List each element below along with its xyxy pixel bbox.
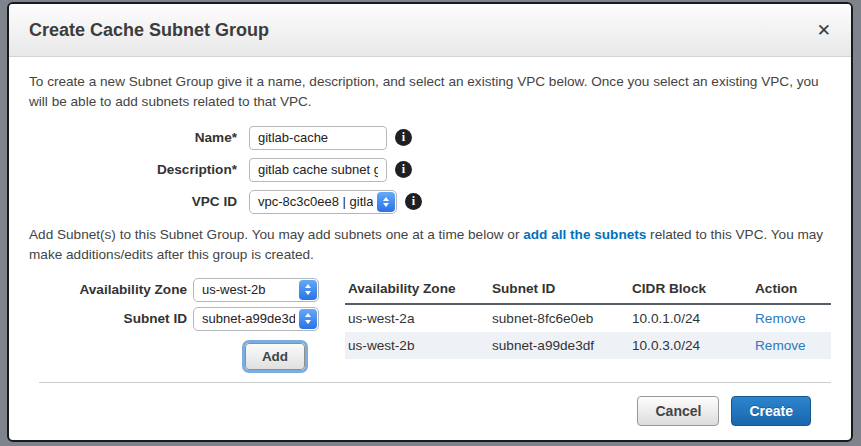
add-all-subnets-link[interactable]: add all the subnets bbox=[523, 227, 646, 242]
vpc-row: VPC ID vpc-8c3c0ee8 | gitlab i bbox=[29, 190, 831, 214]
add-subnet-text: Add Subnet(s) to this Subnet Group. You … bbox=[29, 225, 831, 266]
dialog-header: Create Cache Subnet Group ✕ bbox=[9, 4, 851, 57]
availability-zone-select[interactable]: us-west-2b bbox=[193, 278, 319, 302]
remove-link[interactable]: Remove bbox=[755, 311, 806, 326]
header-availability-zone: Availability Zone bbox=[345, 278, 490, 304]
subnet-picker-section: Availability Zone us-west-2b Subnet ID s… bbox=[29, 278, 831, 370]
vpc-info-icon[interactable]: i bbox=[405, 193, 422, 210]
header-action: Action bbox=[753, 278, 831, 304]
description-row: Description* i bbox=[29, 158, 831, 182]
availability-zone-select-value: us-west-2b bbox=[202, 282, 266, 297]
cell-subnet-id: subnet-8fc6e0eb bbox=[490, 304, 630, 332]
dialog-body: To create a new Subnet Group give it a n… bbox=[9, 57, 851, 426]
subnet-id-select-value: subnet-a99de3df bbox=[202, 311, 295, 326]
cell-availability-zone: us-west-2b bbox=[345, 332, 490, 359]
create-cache-subnet-group-dialog: Create Cache Subnet Group ✕ To create a … bbox=[7, 2, 853, 442]
header-subnet-id: Subnet ID bbox=[490, 278, 630, 304]
name-label: Name* bbox=[29, 130, 237, 145]
table-row: us-west-2b subnet-a99de3df 10.0.3.0/24 R… bbox=[345, 332, 831, 359]
description-label: Description* bbox=[29, 162, 237, 177]
vpc-label: VPC ID bbox=[29, 194, 237, 209]
cell-availability-zone: us-west-2a bbox=[345, 304, 490, 332]
availability-zone-label: Availability Zone bbox=[29, 282, 187, 297]
description-input[interactable] bbox=[249, 158, 387, 182]
add-button[interactable]: Add bbox=[245, 343, 305, 370]
subnet-picker-controls: Availability Zone us-west-2b Subnet ID s… bbox=[29, 278, 345, 370]
name-input[interactable] bbox=[249, 126, 387, 150]
intro-text: To create a new Subnet Group give it a n… bbox=[29, 72, 831, 113]
cell-cidr-block: 10.0.3.0/24 bbox=[630, 332, 753, 359]
create-button[interactable]: Create bbox=[731, 396, 811, 426]
select-stepper-icon bbox=[377, 192, 395, 212]
select-stepper-icon bbox=[299, 309, 317, 329]
subnet-id-label: Subnet ID bbox=[29, 311, 187, 326]
select-stepper-icon bbox=[299, 280, 317, 300]
dialog-title: Create Cache Subnet Group bbox=[29, 20, 269, 41]
availability-zone-row: Availability Zone us-west-2b bbox=[29, 278, 345, 302]
subnet-id-row: Subnet ID subnet-a99de3df bbox=[29, 307, 345, 331]
cell-subnet-id: subnet-a99de3df bbox=[490, 332, 630, 359]
table-header-row: Availability Zone Subnet ID CIDR Block A… bbox=[345, 278, 831, 304]
name-row: Name* i bbox=[29, 126, 831, 150]
subnet-id-select[interactable]: subnet-a99de3df bbox=[193, 307, 319, 331]
name-info-icon[interactable]: i bbox=[395, 129, 412, 146]
add-button-focus-ring: Add bbox=[245, 343, 305, 370]
subnet-table: Availability Zone Subnet ID CIDR Block A… bbox=[345, 278, 831, 359]
add-subnet-text-before: Add Subnet(s) to this Subnet Group. You … bbox=[29, 227, 523, 242]
vpc-select[interactable]: vpc-8c3c0ee8 | gitlab bbox=[249, 190, 397, 214]
vpc-select-value: vpc-8c3c0ee8 | gitlab bbox=[258, 194, 373, 209]
table-row: us-west-2a subnet-8fc6e0eb 10.0.1.0/24 R… bbox=[345, 304, 831, 332]
dialog-footer: Cancel Create bbox=[29, 383, 831, 426]
close-icon[interactable]: ✕ bbox=[817, 22, 831, 39]
description-info-icon[interactable]: i bbox=[395, 161, 412, 178]
cancel-button[interactable]: Cancel bbox=[637, 396, 719, 426]
cell-cidr-block: 10.0.1.0/24 bbox=[630, 304, 753, 332]
header-cidr-block: CIDR Block bbox=[630, 278, 753, 304]
remove-link[interactable]: Remove bbox=[755, 338, 806, 353]
